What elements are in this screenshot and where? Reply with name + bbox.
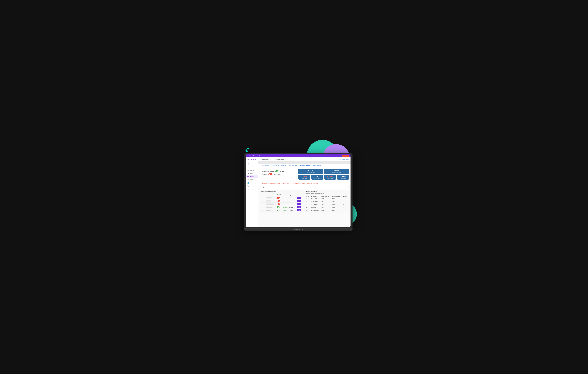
cell-sl: 54 (261, 206, 265, 209)
cell-details[interactable]: ··· (342, 200, 348, 203)
cell-toggle (276, 209, 282, 212)
stats-section: 12215 Internal Javascript 61160 External… (298, 169, 349, 180)
details-dots-icon[interactable]: ··· (343, 201, 344, 202)
cell-sl (261, 196, 265, 199)
internal-wp-label: Without policy (300, 178, 309, 179)
cell-details[interactable]: ··· (342, 203, 348, 206)
protection-panel: Client Side Protection In Use Protected … (260, 169, 349, 180)
warning-text: * performance of your application may be… (260, 182, 349, 185)
laptop-model-label: MacBook Pro (293, 229, 303, 230)
sidebar-label-discover: Discover (250, 170, 254, 171)
show-button[interactable]: Show (297, 200, 301, 202)
external-policy-added-card: 8,600 Policy Added (337, 175, 349, 180)
approval-toggle-allowed[interactable] (277, 209, 280, 211)
cell-approval-label: ALLOWED (282, 206, 288, 209)
cell-source: External (288, 199, 296, 203)
table-row: 55 ■■■■■■■ ALLOWED (261, 209, 303, 212)
internal-pa-label: Policy Added (313, 178, 322, 179)
tab-browser-protection[interactable]: Browser Protection (298, 164, 312, 167)
cell-details[interactable]: ··· (342, 206, 348, 209)
click-here-button[interactable]: Click Here (342, 155, 349, 157)
approval-toggle-first[interactable] (277, 197, 280, 198)
sidebar-label-dashboard: Dashboard (250, 163, 255, 165)
details-dots-icon[interactable]: ··· (343, 204, 344, 205)
protected-toggle[interactable] (268, 173, 273, 176)
monitor-icon: ☑ (247, 179, 249, 180)
sidebar-item-monitor[interactable]: ☑ Monitor (246, 178, 258, 181)
cell-filename: tracking.js (310, 206, 321, 209)
client-side-protection-row: Client Side Protection In Use (262, 170, 294, 172)
cell-show: Show (296, 196, 303, 199)
approval-toggle-pending[interactable] (277, 200, 280, 202)
cell-domain: ■■■■■■■■■■■■■ (265, 203, 276, 206)
approval-toggle-blocked[interactable] (277, 203, 280, 205)
sidebar-label-monitor: Monitor (250, 179, 253, 180)
sidebar-item-overview[interactable]: ≡ Overview (246, 165, 258, 169)
show-button[interactable]: Show (297, 203, 301, 205)
cell-filename: 18.e3orpDiE.c... (310, 203, 321, 206)
cell-pages: 1010 (321, 200, 331, 203)
sidebar-item-protect[interactable]: 🛡 Protect (246, 175, 258, 178)
cell-toggle (276, 199, 282, 203)
external-js-number: 61160 (326, 170, 348, 172)
col-domain: Ref. Domain name (265, 193, 276, 196)
external-javascript-card: 61160 External Javascript (324, 169, 349, 174)
toggle-section: Client Side Protection In Use Protected … (260, 169, 297, 180)
cell-domain: ■■■■■■■■■■ (265, 206, 276, 209)
tab-report-analysis[interactable]: Report Analysis (312, 164, 322, 167)
sidebar-label-analysis: Analysis (250, 182, 254, 183)
scene: Switch to the old dashboard Click Here A… (230, 144, 358, 230)
cell-details[interactable]: ··· (342, 198, 348, 200)
details-dots-icon[interactable]: ··· (343, 207, 344, 208)
cell-pages: 1010 (321, 203, 331, 206)
client-side-label: Client Side Protection (262, 171, 274, 172)
cell-source: External (288, 209, 296, 212)
cell-source: External (288, 206, 296, 209)
dashboard-icon: ⊞ (247, 163, 249, 165)
cell-domain: ■■■■■■■■■ (265, 196, 276, 199)
details-dots-icon[interactable]: ··· (343, 198, 344, 199)
sidebar-label-protect: Protect (250, 176, 254, 177)
show-button[interactable]: Show (297, 206, 301, 208)
domain-blurred: ■■■■■■■ (266, 210, 271, 211)
sidebar-item-manage[interactable]: ⚙ Manage (246, 187, 258, 191)
app-selector[interactable]: [ All Applications ] (258, 158, 272, 160)
show-button[interactable]: Show (297, 209, 301, 211)
settings-icon: 🔧 (247, 185, 249, 187)
cell-requests: 12586 (331, 209, 342, 212)
protected-label: Protected (262, 174, 267, 175)
cell-pages: 1010 (321, 209, 331, 212)
laptop-notch (297, 153, 299, 154)
referred-js-table: Sl No. Js Filename Pages Referred* Reque… (305, 195, 348, 212)
client-side-toggle[interactable] (275, 170, 279, 172)
cell-sl-r: 2 (305, 200, 310, 203)
external-wp-number: 52560 (326, 176, 335, 178)
cell-domain: ■■■■■■■ (265, 209, 276, 212)
cell-sl: 52 (261, 199, 265, 203)
details-dots-icon[interactable]: ··· (343, 209, 344, 211)
in-use-label: In Use (280, 171, 284, 172)
internal-js-label: Internal Javascript (300, 172, 322, 173)
cell-pages: 1010 (321, 206, 331, 209)
cell-details[interactable]: ··· (342, 209, 348, 212)
cell-approval-label: ALLOWED (282, 209, 288, 212)
domain-blurred: ■■■■■■■■■ (266, 197, 272, 198)
sidebar-item-dashboard[interactable]: ⊞ Dashboard (246, 162, 258, 165)
domain-blurred: ■■■■■■■■■■■■■ (266, 204, 274, 205)
url-selector[interactable]: www.indusface.com (273, 158, 288, 160)
laptop-screen-outer: Switch to the old dashboard Click Here A… (244, 153, 353, 228)
external-pa-label: Policy Added (338, 178, 348, 179)
tab-behavioral-ddos[interactable]: Behavioral DDoS Protection (271, 164, 288, 167)
sidebar-item-discover[interactable]: ◎ Discover (246, 169, 258, 172)
stats-row-top: 12215 Internal Javascript 61160 External… (298, 169, 349, 174)
approval-toggle-allowed[interactable] (277, 206, 280, 208)
sidebar-item-detect[interactable]: ⚙ Detect (246, 172, 258, 175)
sidebar-item-analysis[interactable]: 📊 Analysis (246, 181, 258, 184)
show-button[interactable]: Show (297, 197, 301, 199)
tab-bot-protection[interactable]: BOT Protection (287, 164, 298, 167)
laptop: Switch to the old dashboard Click Here A… (244, 153, 353, 227)
external-js-label: External Javascript (326, 172, 348, 173)
sidebar-item-settings[interactable]: 🔧 Settings (246, 184, 258, 187)
tab-core-protection[interactable]: Core Protection (260, 164, 271, 167)
overview-icon: ≡ (247, 166, 249, 168)
